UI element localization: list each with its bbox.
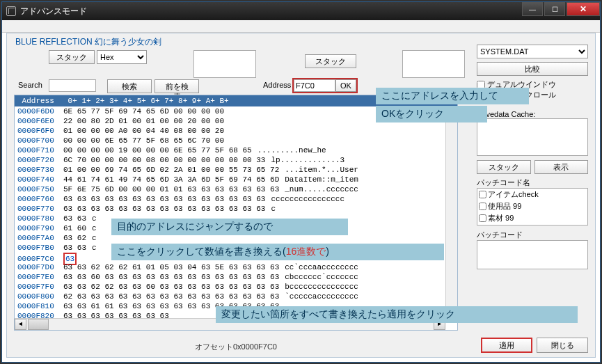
hex-row[interactable]: 0000F6F001 00 00 00 A0 00 04 40 08 00 00… xyxy=(15,126,457,136)
status-bar: オフセット0x0000F7C0 xyxy=(14,340,458,353)
hex-row[interactable]: 0000F7206C 70 00 00 00 00 08 00 00 00 00… xyxy=(15,155,457,165)
hex-row[interactable]: 0000F7D063 63 62 62 62 61 01 05 03 04 63… xyxy=(15,262,457,272)
hex-row[interactable]: 0000F74044 61 74 61 49 74 65 6D 3A 3A 6D… xyxy=(15,175,457,184)
annotation: OKをクリック xyxy=(376,106,487,122)
stack-button-3[interactable]: スタック xyxy=(477,160,531,174)
close-dialog-button[interactable]: 閉じる xyxy=(537,338,588,353)
menubar xyxy=(2,20,600,33)
patch-list[interactable]: アイテムcheck使用品 99素材 99 xyxy=(477,188,588,225)
patchname-label: パッチコード名 xyxy=(477,177,588,188)
hex-row[interactable]: 0000F80062 63 63 63 63 63 63 63 63 63 63… xyxy=(15,292,457,301)
search-prev-button[interactable]: 前を検索 xyxy=(155,79,199,93)
textbox-1[interactable] xyxy=(193,50,256,78)
address-box: OK xyxy=(292,78,358,93)
annotation: 目的のアドレスにジャンプするので xyxy=(111,219,348,235)
stack-button-1[interactable]: スタック xyxy=(49,50,95,64)
stack-button-2[interactable]: スタック xyxy=(305,54,356,68)
patchcode-label: パッチコード xyxy=(477,230,588,240)
search-button[interactable]: 検索 xyxy=(107,79,152,93)
search-label: Search xyxy=(18,81,42,89)
scroll-thumb[interactable] xyxy=(28,319,49,330)
maximize-button[interactable]: ☐ xyxy=(544,2,565,16)
hex-row[interactable]: 0000F7F063 63 62 62 63 63 60 63 63 63 63… xyxy=(15,282,457,292)
annotation: ここにアドレスを入力して xyxy=(376,88,529,104)
compare-button[interactable]: 比較 xyxy=(477,62,588,76)
hex-row[interactable]: 0000F77063 63 63 63 63 63 63 63 63 63 63… xyxy=(15,204,457,214)
cache-textbox[interactable] xyxy=(477,118,588,156)
scroll-left-icon[interactable]: ◄ xyxy=(15,319,26,330)
vscrollbar[interactable] xyxy=(445,106,457,318)
close-button[interactable]: ✕ xyxy=(567,2,600,16)
annotation: ここをクリックして数値を書き換える(16進数で) xyxy=(111,244,444,260)
hex-row[interactable]: 0000F7505F 6E 75 6D 00 00 00 01 01 63 63… xyxy=(15,184,457,194)
hex-row[interactable]: 0000F70000 00 00 6E 65 77 5F 68 65 6C 70… xyxy=(15,136,457,145)
hex-row[interactable]: 0000F73001 00 00 69 74 65 6D 02 2A 01 00… xyxy=(15,165,457,175)
titlebar[interactable]: アドバンスモード — ☐ ✕ xyxy=(2,2,600,20)
patchcode-textbox[interactable] xyxy=(477,240,588,269)
search-input[interactable] xyxy=(49,79,96,92)
app-icon xyxy=(6,6,16,16)
annotation: 変更したい箇所をすべて書き換えたら適用をクリック xyxy=(216,306,578,323)
address-ok-button[interactable]: OK xyxy=(335,79,356,92)
cache-label: Savedata Cache: xyxy=(477,110,588,118)
textbox-2[interactable] xyxy=(402,50,465,78)
savedata-combo[interactable]: SYSTEM.DAT xyxy=(477,45,588,58)
hex-editor[interactable]: Address 0+ 1+ 2+ 3+ 4+ 5+ 6+ 7+ 8+ 9+ A+… xyxy=(14,95,458,331)
hex-row[interactable]: 0000F76063 63 63 63 63 63 63 63 63 63 63… xyxy=(15,194,457,204)
patch-list-item[interactable]: アイテムcheck xyxy=(477,189,587,200)
patch-list-item[interactable]: 素材 99 xyxy=(477,212,587,224)
show-button[interactable]: 表示 xyxy=(534,160,589,174)
address-input[interactable] xyxy=(294,79,335,92)
window-title: アドバンスモード xyxy=(20,6,87,17)
file-title: BLUE REFLECTION 幻に舞う少女の剣 xyxy=(15,36,161,48)
apply-button[interactable]: 適用 xyxy=(481,338,532,353)
address-label: Address xyxy=(263,81,291,89)
format-combo[interactable]: Hex xyxy=(97,50,147,64)
hex-row[interactable]: 0000F71000 00 00 00 19 00 00 00 6E 65 77… xyxy=(15,145,457,155)
patch-list-item[interactable]: 使用品 99 xyxy=(477,200,587,212)
hex-row[interactable]: 0000F7E063 63 60 63 63 63 63 63 63 63 63… xyxy=(15,272,457,282)
minimize-button[interactable]: — xyxy=(522,2,543,16)
